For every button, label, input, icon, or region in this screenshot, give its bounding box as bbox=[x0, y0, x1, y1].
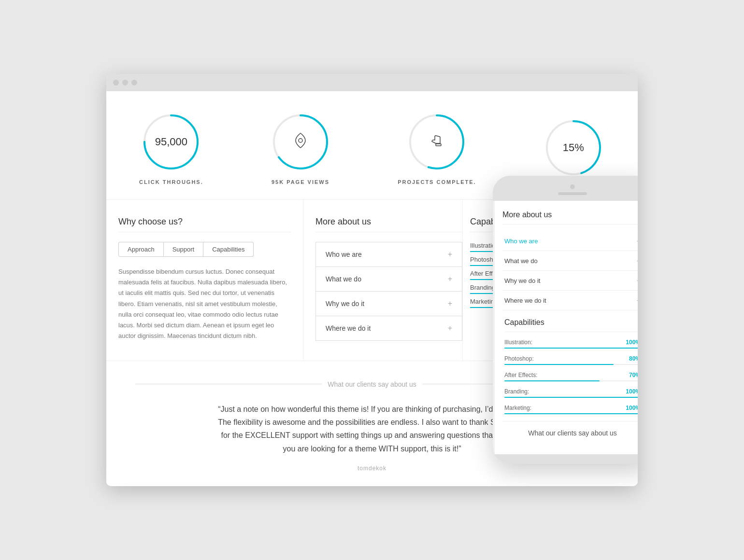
why-choose-content: Suspendisse bibendum cursus luctus. Done… bbox=[118, 266, 291, 341]
mobile-cap-illustration-value: 100% bbox=[626, 339, 638, 346]
mobile-bottom-bar bbox=[493, 454, 638, 464]
mobile-cap-illustration: Illustration: 100% bbox=[504, 339, 638, 349]
mobile-where-label: Where we do it bbox=[504, 297, 546, 304]
more-about-title: More about us bbox=[315, 217, 462, 232]
mobile-cap-photoshop-label: Photoshop: bbox=[504, 355, 534, 362]
mobile-cap-illustration-label: Illustration: bbox=[504, 339, 532, 346]
mobile-cap-illustration-fill bbox=[504, 348, 638, 349]
mobile-cap-photoshop-fill bbox=[504, 364, 614, 365]
why-choose-title: Why choose us? bbox=[118, 217, 291, 232]
stat-views: 95K PAGE VIEWS bbox=[269, 111, 332, 185]
mobile-device: More about us Who we are + What we do + … bbox=[493, 176, 638, 464]
mobile-who-label: Who we are bbox=[504, 238, 538, 245]
accordion-what-plus: + bbox=[448, 275, 452, 283]
mobile-what-plus: + bbox=[637, 257, 638, 265]
mobile-cap-photoshop: Photoshop: 80% bbox=[504, 355, 638, 365]
mobile-cap-aftereffects-label: After Effects: bbox=[504, 372, 537, 378]
accordion-what-label: What we do bbox=[326, 275, 361, 283]
accordion-why-plus: + bbox=[448, 299, 452, 308]
stat-projects-icon bbox=[429, 133, 444, 151]
stat-projects-label: PROJECTS COMPLETE. bbox=[398, 179, 476, 185]
mobile-cap-photoshop-value: 80% bbox=[629, 355, 638, 362]
mobile-cap-aftereffects: After Effects: 70% bbox=[504, 372, 638, 381]
mobile-cap-branding-fill bbox=[504, 397, 638, 398]
mobile-cap-marketing-value: 100% bbox=[626, 405, 638, 411]
mobile-cap-branding-label: Branding: bbox=[504, 388, 529, 395]
testimonial-quote: “Just a note on how wonderful this theme… bbox=[215, 403, 529, 455]
why-choose-section: Why choose us? Approach Support Capabili… bbox=[106, 200, 303, 361]
stat-rate-value: 15% bbox=[563, 141, 584, 154]
mobile-where-plus: + bbox=[637, 296, 638, 304]
mobile-who-plus: + bbox=[637, 237, 638, 245]
mobile-why-plus: + bbox=[637, 277, 638, 284]
tab-buttons: Approach Support Capabilities bbox=[118, 242, 291, 257]
mobile-what-label: What we do bbox=[504, 257, 538, 265]
mobile-cap-illustration-bg bbox=[504, 348, 638, 349]
mobile-cap-photoshop-bg bbox=[504, 364, 638, 365]
svg-point-4 bbox=[299, 139, 302, 142]
tab-approach[interactable]: Approach bbox=[118, 242, 164, 257]
mobile-cap-branding-value: 100% bbox=[626, 388, 638, 395]
mobile-speaker bbox=[558, 192, 587, 195]
mobile-why-label: Why we do it bbox=[504, 277, 540, 284]
more-about-section: More about us Who we are + What we do + … bbox=[303, 200, 462, 361]
mobile-cap-aftereffects-value: 70% bbox=[629, 372, 638, 378]
mobile-camera bbox=[570, 184, 575, 189]
mobile-cap-aftereffects-row: After Effects: 70% bbox=[504, 372, 638, 378]
accordion-why-label: Why we do it bbox=[326, 300, 364, 308]
mobile-cap-photoshop-row: Photoshop: 80% bbox=[504, 355, 638, 362]
stat-rate-circle: 15% bbox=[542, 116, 605, 179]
mobile-cap-illustration-row: Illustration: 100% bbox=[504, 339, 638, 346]
testimonial-author: tomdekok bbox=[135, 465, 609, 472]
stat-rate: 15% bbox=[542, 116, 605, 179]
tab-capabilities[interactable]: Capabilities bbox=[203, 242, 254, 257]
stat-clicks-label: CLICK THROUGHS. bbox=[139, 179, 203, 185]
mobile-cap-marketing-bg bbox=[504, 413, 638, 414]
browser-dot-3 bbox=[131, 80, 137, 85]
accordion-why[interactable]: Why we do it + bbox=[315, 291, 462, 316]
mobile-accordion-where[interactable]: Where we do it + bbox=[502, 291, 638, 310]
stat-views-label: 95K PAGE VIEWS bbox=[272, 179, 329, 185]
mobile-top-bar bbox=[493, 176, 638, 201]
svg-rect-7 bbox=[436, 144, 441, 146]
mobile-accordion-why[interactable]: Why we do it + bbox=[502, 271, 638, 291]
mobile-cap-marketing-row: Marketing: 100% bbox=[504, 405, 638, 411]
accordion-where-plus: + bbox=[448, 324, 452, 333]
mobile-cap-marketing: Marketing: 100% bbox=[504, 405, 638, 414]
mobile-cap-section: Capabilities Illustration: 100% Photosho… bbox=[502, 310, 638, 414]
stat-clicks-circle: 95,000 bbox=[140, 111, 202, 173]
accordion-who[interactable]: Who we are + bbox=[315, 242, 462, 267]
accordion-who-label: Who we are bbox=[326, 251, 362, 258]
mobile-accordion-who[interactable]: Who we are + bbox=[502, 231, 638, 251]
stat-projects-circle bbox=[405, 111, 468, 173]
browser-window: 95,000 CLICK THROUGHS. 95K PAGE VIEWS bbox=[106, 74, 638, 486]
stat-projects: PROJECTS COMPLETE. bbox=[398, 111, 476, 185]
mobile-cap-branding: Branding: 100% bbox=[504, 388, 638, 398]
browser-titlebar bbox=[106, 74, 638, 91]
mobile-screen: More about us Who we are + What we do + … bbox=[495, 201, 638, 454]
tab-support[interactable]: Support bbox=[164, 242, 204, 257]
stat-clicks-value: 95,000 bbox=[155, 136, 187, 148]
accordion-where[interactable]: Where we do it + bbox=[315, 316, 462, 341]
mobile-cap-aftereffects-bg bbox=[504, 380, 638, 381]
content-wrapper: Why choose us? Approach Support Capabili… bbox=[106, 200, 638, 486]
accordion-what[interactable]: What we do + bbox=[315, 266, 462, 292]
accordion-who-plus: + bbox=[448, 250, 452, 259]
mobile-testimonial-title: What our clients say about us bbox=[502, 421, 638, 445]
stat-views-circle bbox=[269, 111, 332, 173]
mobile-cap-aftereffects-fill bbox=[504, 380, 600, 381]
mobile-cap-marketing-fill bbox=[504, 413, 638, 414]
stat-views-icon bbox=[293, 135, 308, 149]
mobile-more-title: More about us bbox=[502, 210, 638, 224]
browser-dot-2 bbox=[122, 80, 128, 85]
stat-clicks: 95,000 CLICK THROUGHS. bbox=[139, 111, 203, 185]
browser-dot-1 bbox=[113, 80, 119, 85]
mobile-cap-title: Capabilities bbox=[504, 318, 638, 332]
mobile-cap-marketing-label: Marketing: bbox=[504, 405, 531, 411]
accordion-where-label: Where we do it bbox=[326, 324, 371, 332]
mobile-accordion-what[interactable]: What we do + bbox=[502, 251, 638, 271]
mobile-cap-branding-row: Branding: 100% bbox=[504, 388, 638, 395]
mobile-cap-branding-bg bbox=[504, 397, 638, 398]
